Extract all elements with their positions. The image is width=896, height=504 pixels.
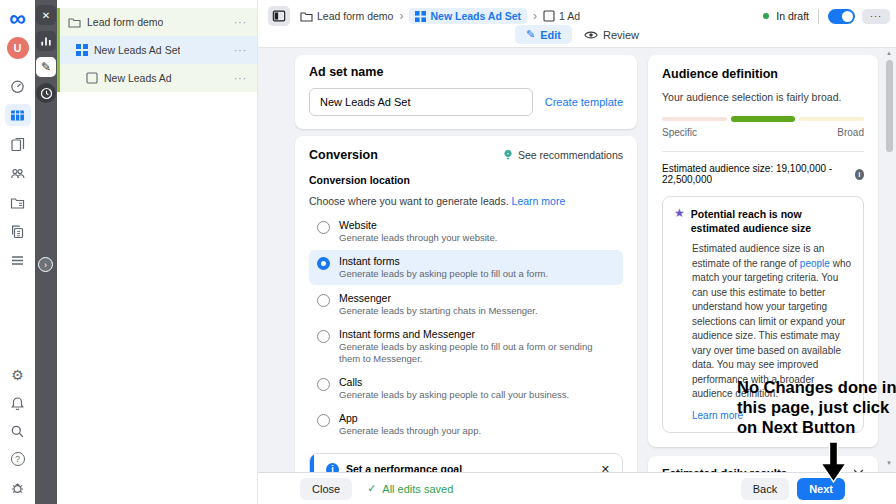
notes-pages-icon[interactable] bbox=[5, 133, 31, 155]
help-icon[interactable]: ? bbox=[5, 448, 31, 470]
settings-gear-icon[interactable]: ⚙ bbox=[5, 364, 31, 386]
history-clock-icon[interactable] bbox=[36, 83, 56, 103]
radio-icon[interactable] bbox=[317, 414, 330, 427]
adset-name-input[interactable] bbox=[309, 88, 533, 116]
notifications-bell-icon[interactable] bbox=[5, 392, 31, 414]
estimated-audience-size: Estimated audience size: 19,100,000 - 22… bbox=[662, 163, 864, 185]
page-icon bbox=[86, 72, 98, 84]
breadcrumb-adset[interactable]: New Leads Ad Set bbox=[409, 8, 527, 24]
tree-row-campaign[interactable]: Lead form demo ··· bbox=[57, 8, 257, 36]
tree-row-label: New Leads Ad Set bbox=[94, 44, 180, 56]
gauge-icon[interactable] bbox=[5, 75, 31, 97]
eye-icon bbox=[584, 29, 598, 41]
learn-more-link[interactable]: Learn more bbox=[692, 410, 743, 421]
performance-goal-infobox: i Set a performance goal ✕ When generati… bbox=[309, 453, 623, 472]
grid-icon bbox=[76, 44, 88, 56]
people-audiences-icon[interactable] bbox=[5, 162, 31, 184]
radio-icon[interactable] bbox=[317, 294, 330, 307]
conversion-options-list: Website Generate leads through your webs… bbox=[309, 214, 623, 442]
conversion-card: Conversion See recommendations Conversio… bbox=[295, 136, 637, 472]
expand-chevron-icon[interactable]: › bbox=[38, 257, 53, 272]
conversion-option-website[interactable]: Website Generate leads through your webs… bbox=[309, 214, 623, 248]
bug-report-icon[interactable] bbox=[5, 476, 31, 498]
breadcrumb-ad[interactable]: 1 Ad bbox=[543, 10, 580, 22]
user-avatar[interactable]: U bbox=[7, 37, 29, 59]
folder-icon bbox=[68, 16, 81, 29]
folder-icon bbox=[300, 10, 313, 23]
conversion-option-instant-forms-messenger[interactable]: Instant forms and Messenger Generate lea… bbox=[309, 323, 623, 369]
pencil-icon: ✎ bbox=[526, 28, 535, 41]
folder-list-icon[interactable] bbox=[5, 191, 31, 213]
adset-active-toggle[interactable] bbox=[828, 9, 855, 24]
save-status: ✓ All edits saved bbox=[367, 482, 453, 495]
scrollbar-thumb[interactable] bbox=[886, 60, 893, 152]
learn-more-link[interactable]: Learn more bbox=[512, 195, 566, 207]
info-icon[interactable]: i bbox=[855, 169, 864, 180]
radio-selected-icon[interactable] bbox=[317, 257, 330, 270]
row-more-icon[interactable]: ··· bbox=[234, 73, 247, 84]
back-button[interactable]: Back bbox=[741, 478, 789, 500]
conversion-title: Conversion bbox=[309, 148, 378, 162]
adset-name-title: Ad set name bbox=[309, 65, 623, 79]
copy-docs-icon[interactable] bbox=[5, 220, 31, 242]
conversion-location-label: Conversion location bbox=[309, 174, 623, 186]
close-panel-icon[interactable]: ✕ bbox=[36, 5, 56, 25]
draft-status-label: In draft bbox=[776, 10, 809, 22]
info-icon: i bbox=[326, 463, 339, 472]
global-nav-sidebar: ∞ U ⚙ bbox=[0, 0, 35, 504]
close-infobox-icon[interactable]: ✕ bbox=[601, 463, 610, 472]
scroll-down-icon[interactable]: ▼ bbox=[886, 460, 892, 466]
chevron-right-icon: › bbox=[533, 11, 537, 21]
campaigns-table-icon[interactable] bbox=[5, 104, 31, 126]
row-more-icon[interactable]: ··· bbox=[234, 45, 247, 56]
draft-status-dot bbox=[763, 13, 769, 19]
pencil-edit-icon[interactable]: ✎ bbox=[36, 57, 56, 77]
main-area: Lead form demo › New Leads Ad Set › 1 Ad bbox=[258, 0, 896, 504]
edit-tab[interactable]: ✎ Edit bbox=[515, 25, 572, 44]
edit-tools-rail: ✕ ✎ › bbox=[35, 0, 57, 504]
chart-icon[interactable] bbox=[36, 31, 56, 51]
row-more-icon[interactable]: ··· bbox=[234, 17, 247, 28]
annotation-note: No Changes done in this page, just click… bbox=[737, 378, 896, 437]
gauge-specific-segment bbox=[662, 117, 727, 121]
create-template-link[interactable]: Create template bbox=[545, 96, 623, 108]
lightbulb-icon bbox=[502, 148, 514, 162]
check-icon: ✓ bbox=[367, 482, 376, 495]
menu-lines-icon[interactable] bbox=[5, 249, 31, 271]
conversion-option-app[interactable]: App Generate leads through your app. bbox=[309, 407, 623, 441]
radio-icon[interactable] bbox=[317, 378, 330, 391]
see-recommendations-button[interactable]: See recommendations bbox=[502, 148, 623, 162]
breadcrumb-campaign[interactable]: Lead form demo bbox=[300, 10, 393, 23]
divider bbox=[662, 151, 864, 152]
ads-manager-window: ∞ U ⚙ bbox=[0, 0, 896, 504]
search-icon[interactable] bbox=[5, 420, 31, 442]
people-link[interactable]: people bbox=[800, 258, 830, 269]
footer-bar: Close ✓ All edits saved Back Next bbox=[258, 472, 896, 504]
review-tab[interactable]: Review bbox=[584, 29, 639, 41]
tree-row-adset[interactable]: New Leads Ad Set ··· bbox=[57, 36, 257, 64]
performance-goal-title: Set a performance goal bbox=[346, 463, 594, 472]
star-icon: ★ bbox=[674, 207, 685, 220]
audience-broadness-gauge bbox=[662, 116, 864, 122]
header-more-button[interactable]: ··· bbox=[862, 9, 890, 24]
gauge-specific-label: Specific bbox=[662, 127, 697, 138]
tree-row-ad[interactable]: New Leads Ad ··· bbox=[57, 64, 257, 92]
conversion-option-instant-forms[interactable]: Instant forms Generate leads by asking p… bbox=[309, 250, 623, 284]
campaign-tree-panel: Lead form demo ··· New Leads Ad Set ··· … bbox=[57, 0, 258, 504]
tree-row-label: New Leads Ad bbox=[104, 72, 172, 84]
audience-subtitle: Your audience selection is fairly broad. bbox=[662, 91, 864, 103]
conversion-option-messenger[interactable]: Messenger Generate leads by starting cha… bbox=[309, 287, 623, 321]
radio-icon[interactable] bbox=[317, 330, 330, 343]
conversion-option-calls[interactable]: Calls Generate leads by asking people to… bbox=[309, 371, 623, 405]
close-button[interactable]: Close bbox=[300, 478, 352, 500]
tree-row-label: Lead form demo bbox=[87, 16, 163, 28]
radio-icon[interactable] bbox=[317, 221, 330, 234]
edit-content-scroll-area: Ad set name Create template Conversion S… bbox=[258, 48, 896, 472]
sidebar-toggle-icon[interactable] bbox=[268, 6, 290, 26]
audience-definition-title: Audience definition bbox=[662, 67, 864, 81]
conversion-choose-text: Choose where you want to generate leads.… bbox=[309, 195, 623, 207]
gauge-current-segment bbox=[731, 116, 796, 122]
meta-logo-icon[interactable]: ∞ bbox=[9, 8, 25, 28]
scroll-up-icon[interactable]: ▲ bbox=[886, 50, 892, 56]
page-icon bbox=[543, 10, 555, 22]
